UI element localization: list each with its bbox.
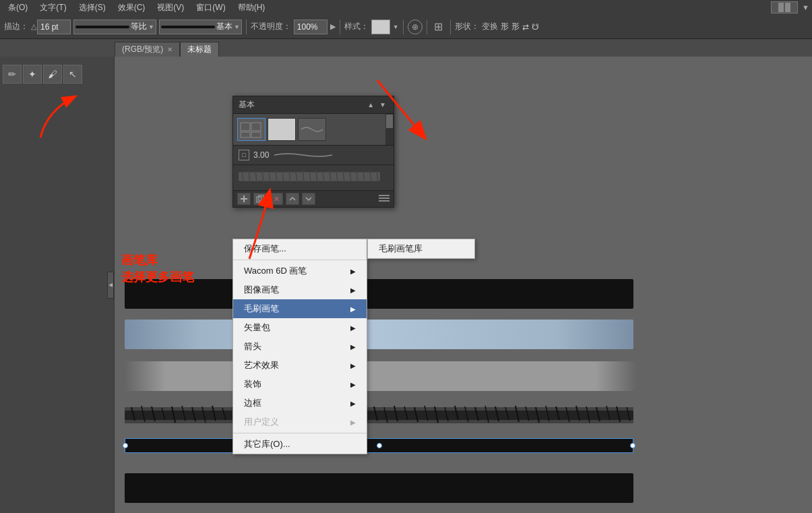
- style-swatch[interactable]: [371, 20, 390, 34]
- extra-btn3[interactable]: ☋: [532, 22, 539, 32]
- menu-art-effect-arrow-icon: ▶: [350, 362, 356, 369]
- chevron-down-icon2: ▼: [234, 24, 240, 30]
- svg-rect-55: [241, 132, 250, 138]
- svg-rect-87: [379, 198, 389, 199]
- menu-item-image-brush[interactable]: 图像画笔 ▶: [233, 280, 367, 299]
- tab-untitled[interactable]: 未标题: [180, 42, 219, 57]
- preset-item-2[interactable]: [268, 118, 296, 141]
- menu-view[interactable]: 视图(V): [152, 1, 189, 15]
- tab-rgb-preview[interactable]: (RGB/预览) ✕: [115, 42, 180, 57]
- menu-arrow-label: 箭头: [244, 340, 261, 353]
- menu-image-brush-label: 图像画笔: [244, 284, 279, 296]
- selection-tool[interactable]: ↖: [63, 65, 82, 84]
- extra-btn2[interactable]: ⇄: [522, 22, 529, 32]
- menu-item-art-effect[interactable]: 艺术效果 ▶: [233, 356, 367, 375]
- tab-rgb-close[interactable]: ✕: [167, 46, 173, 53]
- menu-separator-2: [233, 433, 367, 433]
- transform-label: 变换: [482, 21, 498, 32]
- menu-wacom-arrow-icon: ▶: [350, 268, 356, 275]
- menu-item-border[interactable]: 边框 ▶: [233, 394, 367, 413]
- global-settings-icon[interactable]: ⊕: [408, 20, 423, 34]
- move-down-btn[interactable]: [302, 193, 315, 205]
- style-label: 样式：: [344, 21, 369, 32]
- brush-tool[interactable]: 🖌: [43, 65, 62, 84]
- brush-stroke-3: [125, 361, 637, 391]
- opacity-input[interactable]: [294, 20, 327, 34]
- opacity-arrow-icon[interactable]: ▶: [330, 22, 336, 31]
- selection-handle-left[interactable]: [123, 443, 128, 448]
- menu-item-arrow[interactable]: 箭头 ▶: [233, 337, 367, 356]
- dropdown-arrow-icon[interactable]: ▼: [802, 3, 809, 11]
- menu-decoration-arrow-icon: ▶: [350, 381, 356, 388]
- menu-bristle-arrow-icon: ▶: [350, 305, 356, 313]
- stroke-style2-dropdown[interactable]: 基本 ▼: [159, 20, 242, 34]
- menu-user-defined-arrow-icon: ▶: [350, 419, 356, 426]
- menu-text[interactable]: 文字(T): [34, 1, 71, 15]
- svg-rect-54: [251, 123, 261, 131]
- preset-item-3[interactable]: [298, 118, 326, 141]
- menu-select[interactable]: 选择(S): [73, 1, 111, 15]
- menu-effect[interactable]: 效果(C): [113, 1, 151, 15]
- transform-btn[interactable]: 形: [501, 21, 509, 32]
- menu-other-library-label: 其它库(O)...: [244, 438, 290, 450]
- submenu-bristle-lib-label: 毛刷画笔库: [379, 243, 423, 253]
- extra-btn1[interactable]: 形: [511, 21, 520, 32]
- selection-handle-center[interactable]: [377, 443, 382, 448]
- menu-item-bristle[interactable]: 毛刷画笔 ▶: [233, 299, 367, 318]
- brush-size-preview: [273, 148, 388, 162]
- menu-stroke[interactable]: 条(O): [3, 1, 33, 15]
- menu-item-user-defined[interactable]: 用户定义 ▶: [233, 413, 367, 431]
- style-chevron-icon[interactable]: ▼: [393, 24, 399, 30]
- move-up-btn[interactable]: [286, 193, 299, 205]
- tab-rgb-label: (RGB/预览): [122, 44, 163, 55]
- red-arrow-toolbar: [371, 77, 451, 146]
- menu-btn[interactable]: [379, 194, 389, 204]
- grid-icon[interactable]: ⊞: [431, 20, 446, 34]
- preset-item-1[interactable]: [237, 118, 266, 141]
- sidebar-collapse-btn[interactable]: ◀: [107, 272, 114, 299]
- stroke-label: 描边：: [4, 21, 28, 32]
- tabs-bar: (RGB/预览) ✕ 未标题: [0, 39, 812, 57]
- brush-stroke-5: [125, 473, 633, 503]
- brush-stroke-selected[interactable]: [125, 438, 633, 453]
- brush-size-icon: □: [239, 150, 249, 160]
- menu-window[interactable]: 窗口(W): [191, 1, 230, 15]
- brush-size-value: 3.00: [253, 150, 269, 160]
- stroke-style1-dropdown[interactable]: 等比 ▼: [73, 20, 156, 34]
- svg-rect-56: [251, 132, 261, 138]
- anchor-tool[interactable]: ✦: [23, 65, 42, 84]
- menu-item-other-library[interactable]: 其它库(O)...: [233, 435, 367, 454]
- annotation-line2: 选择更多画笔: [121, 269, 194, 286]
- stroke-style2-preview: [161, 26, 215, 28]
- menu-border-arrow-icon: ▶: [350, 400, 356, 407]
- size-up-icon[interactable]: △: [31, 22, 36, 31]
- pen-tool[interactable]: ✏: [3, 65, 22, 84]
- menubar: 条(O) 文字(T) 选择(S) 效果(C) 视图(V) 窗口(W) 帮助(H)…: [0, 0, 812, 15]
- svg-rect-53: [241, 123, 250, 131]
- svg-rect-2: [125, 420, 633, 423]
- menu-help[interactable]: 帮助(H): [232, 1, 271, 15]
- menu-item-decoration[interactable]: 装饰 ▶: [233, 375, 367, 394]
- separator5: [450, 20, 451, 34]
- menu-user-defined-label: 用户定义: [244, 416, 279, 428]
- tab-untitled-label: 未标题: [187, 44, 212, 55]
- window-layout-btn[interactable]: [771, 1, 798, 13]
- left-sidebar: ◀ ✏ ✦ 🖌 ↖: [0, 57, 115, 513]
- stroke-style2-label: 基本: [216, 21, 232, 32]
- separator1: [246, 20, 247, 34]
- separator4: [427, 20, 427, 34]
- size-input[interactable]: [37, 20, 71, 34]
- context-menu: 保存画笔... Wacom 6D 画笔 ▶ 图像画笔 ▶ 毛刷画笔 ▶ 矢量包 …: [232, 239, 367, 454]
- shape-label: 形状：: [455, 21, 479, 32]
- menu-bristle-label: 毛刷画笔: [244, 303, 279, 315]
- presets-grid: [233, 114, 385, 145]
- menu-art-effect-label: 艺术效果: [244, 359, 279, 371]
- menu-item-vector-pack[interactable]: 矢量包 ▶: [233, 318, 367, 337]
- selection-handle-right[interactable]: [630, 443, 635, 448]
- stroke-preview-line: [75, 26, 129, 28]
- menu-decoration-label: 装饰: [244, 378, 261, 390]
- brush-stroke-1: [125, 279, 633, 309]
- submenu-item-bristle-lib[interactable]: 毛刷画笔库: [368, 239, 474, 258]
- canvas-area: 基本 ▲ ▼: [115, 57, 812, 513]
- brush-size-row: □ 3.00: [233, 145, 394, 164]
